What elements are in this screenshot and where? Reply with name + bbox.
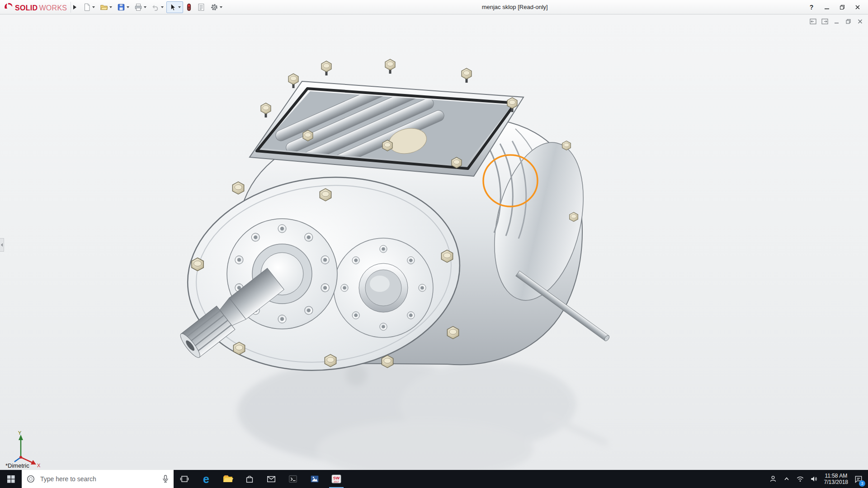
new-document-button[interactable]	[80, 1, 97, 13]
doc-pane-right-button[interactable]	[820, 17, 829, 25]
clock-date: 7/13/2018	[824, 479, 848, 485]
window-controls: ?	[805, 2, 868, 13]
command-prompt-icon	[288, 474, 298, 484]
network-button[interactable]	[793, 470, 807, 488]
restore-icon	[840, 5, 845, 10]
doc-pane-right-icon	[821, 19, 828, 24]
featuremanager-collapsed-handle[interactable]	[0, 238, 4, 252]
people-icon	[769, 474, 778, 483]
open-document-button[interactable]	[98, 1, 114, 13]
close-button[interactable]	[851, 2, 864, 13]
volume-button[interactable]	[807, 470, 821, 488]
taskbar-app-mail[interactable]	[260, 470, 282, 488]
doc-close-icon	[857, 19, 863, 24]
notification-badge: 3	[859, 480, 865, 487]
save-floppy-icon	[117, 3, 125, 11]
help-label: ?	[810, 4, 814, 11]
open-dropdown-caret[interactable]	[109, 6, 112, 8]
task-view-icon	[180, 475, 189, 483]
doc-restore-icon	[845, 19, 851, 24]
brand-text-light: WORKS	[39, 4, 67, 12]
doc-minimize-icon	[834, 19, 840, 24]
start-button[interactable]	[0, 470, 22, 488]
save-button[interactable]	[115, 1, 132, 13]
microphone-icon[interactable]	[162, 474, 169, 483]
save-dropdown-caret[interactable]	[127, 6, 129, 8]
windows-logo-icon	[7, 475, 15, 483]
select-dropdown-caret[interactable]	[178, 6, 181, 8]
document-title: menjac sklop [Read-only]	[225, 4, 805, 10]
taskbar-app-command-prompt[interactable]	[282, 470, 304, 488]
solidworks-logo: SOLIDWORKS	[0, 2, 71, 12]
clock-time: 11:58 AM	[824, 473, 848, 479]
doc-minimize-button[interactable]	[832, 17, 841, 25]
doc-pane-left-icon	[810, 19, 816, 24]
people-button[interactable]	[766, 470, 780, 488]
select-cursor-icon	[169, 3, 177, 11]
doc-restore-button[interactable]	[844, 17, 853, 25]
options-button[interactable]	[208, 1, 225, 13]
print-dropdown-caret[interactable]	[144, 6, 146, 8]
rebuild-stoplight-icon	[186, 3, 192, 11]
gear-icon	[210, 3, 218, 11]
solidworks-badge-year: 2017	[334, 480, 339, 483]
view-orientation-label: *Dimetric	[5, 462, 29, 469]
chevron-up-icon	[783, 475, 790, 483]
taskbar-app-store[interactable]	[239, 470, 260, 488]
task-view-button[interactable]	[174, 470, 195, 488]
system-tray: 11:58 AM 7/13/2018 3	[766, 470, 868, 488]
restore-button[interactable]	[835, 2, 849, 13]
titlebar: SOLIDWORKS	[0, 0, 868, 14]
file-properties-button[interactable]	[195, 1, 208, 13]
tray-overflow-button[interactable]	[780, 470, 793, 488]
mail-icon	[266, 474, 276, 484]
taskbar-search-box[interactable]	[22, 470, 174, 488]
file-properties-icon	[197, 3, 205, 11]
undo-icon	[151, 3, 160, 11]
doc-close-button[interactable]	[855, 17, 864, 25]
triad-x-label: X	[37, 463, 41, 468]
triad-y-label: Y	[18, 430, 22, 436]
action-center-button[interactable]: 3	[852, 470, 865, 488]
new-document-icon	[83, 3, 91, 11]
taskbar-app-photos[interactable]	[304, 470, 326, 488]
model-reflection	[237, 359, 609, 470]
options-dropdown-caret[interactable]	[220, 6, 222, 8]
wifi-icon	[796, 474, 805, 483]
store-icon	[245, 474, 255, 484]
graphics-area[interactable]: Y X *Dimetric	[0, 14, 868, 470]
speaker-icon	[809, 474, 818, 483]
taskbar-app-solidworks[interactable]: SW 2017	[326, 470, 347, 488]
rebuild-button[interactable]	[184, 1, 194, 13]
dassault-systemes-logo-icon	[4, 2, 14, 10]
secondary-bore	[334, 238, 433, 338]
help-button[interactable]: ?	[805, 2, 818, 13]
file-explorer-icon	[222, 474, 233, 484]
search-input[interactable]	[39, 475, 158, 483]
standard-toolbar	[80, 1, 225, 13]
flyout-arrow-icon	[73, 5, 76, 9]
undo-dropdown-caret[interactable]	[161, 6, 164, 8]
new-dropdown-caret[interactable]	[92, 6, 95, 8]
print-icon	[134, 3, 142, 11]
panel-expand-arrow-icon	[1, 243, 3, 247]
gearbox-3d-model	[172, 27, 615, 470]
print-button[interactable]	[132, 1, 149, 13]
minimize-button[interactable]	[820, 2, 834, 13]
select-button[interactable]	[166, 1, 183, 13]
windows-taskbar: e SW	[0, 470, 868, 488]
photos-icon	[310, 474, 320, 484]
taskbar-app-file-explorer[interactable]	[217, 470, 239, 488]
brand-text-bold: SOLID	[15, 4, 38, 12]
solidworks-badge-text: SW	[333, 476, 340, 480]
taskbar-app-edge[interactable]: e	[195, 470, 217, 488]
doc-pane-left-button[interactable]	[808, 17, 817, 25]
undo-button[interactable]	[149, 1, 166, 13]
edge-icon: e	[203, 474, 209, 485]
close-icon	[855, 5, 860, 10]
cortana-icon	[26, 474, 35, 483]
toolbar-flyout-button[interactable]	[71, 2, 79, 13]
document-window-controls	[808, 17, 864, 25]
solidworks-app-icon: SW 2017	[331, 474, 342, 484]
taskbar-clock[interactable]: 11:58 AM 7/13/2018	[821, 473, 852, 485]
